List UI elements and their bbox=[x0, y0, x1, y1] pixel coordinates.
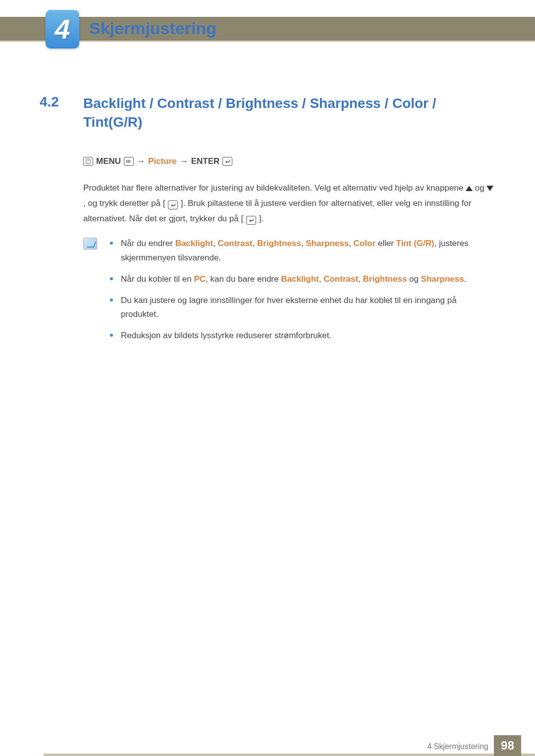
section-number: 4.2 bbox=[40, 94, 71, 110]
body-paragraph: Produktet har flere alternativer for jus… bbox=[83, 180, 495, 227]
body-p1b: og bbox=[475, 183, 487, 193]
enter-icon bbox=[222, 157, 232, 166]
note-item-4: Reduksjon av bildets lysstyrke reduserer… bbox=[107, 329, 495, 343]
note-item-1: Når du endrer Backlight, Contrast, Brigh… bbox=[107, 237, 495, 265]
chapter-title: Skjermjustering bbox=[89, 19, 216, 38]
enter-icon-inline-2 bbox=[246, 216, 256, 225]
body-p1a: Produktet har flere alternativer for jus… bbox=[83, 183, 466, 193]
nav-enter-label: ENTER bbox=[191, 156, 220, 166]
menu-grid-icon bbox=[124, 157, 134, 166]
remote-icon bbox=[83, 157, 93, 166]
svg-point-1 bbox=[88, 160, 89, 161]
arrow-down-icon bbox=[486, 186, 493, 191]
note-list: Når du endrer Backlight, Contrast, Brigh… bbox=[107, 237, 495, 350]
arrow-up-icon bbox=[466, 186, 473, 191]
footer-line bbox=[44, 754, 535, 756]
note-item-3: Du kan justere og lagre innstillinger fo… bbox=[107, 294, 495, 322]
section-title: Backlight / Contrast / Brightness / Shar… bbox=[83, 94, 495, 132]
page-footer: 4 Skjermjustering 98 bbox=[0, 733, 535, 756]
nav-picture: Picture bbox=[148, 156, 177, 166]
page-number: 98 bbox=[494, 735, 521, 756]
note-item-2: Når du kobler til en PC, kan du bare end… bbox=[107, 272, 495, 287]
header-bar bbox=[0, 17, 535, 41]
nav-arrow-2: → bbox=[180, 156, 188, 166]
chapter-number: 4 bbox=[54, 15, 70, 43]
body-p1c: , og trykk deretter på [ bbox=[83, 199, 165, 208]
chapter-badge: 4 bbox=[46, 10, 79, 49]
footer-chapter-label: 4 Skjermjustering bbox=[427, 742, 488, 751]
nav-arrow-1: → bbox=[137, 156, 145, 166]
svg-rect-0 bbox=[86, 159, 90, 164]
note-icon bbox=[83, 238, 97, 250]
body-p1e: ]. bbox=[259, 214, 264, 223]
enter-icon-inline-1 bbox=[168, 201, 178, 209]
note-block: Når du endrer Backlight, Contrast, Brigh… bbox=[83, 237, 495, 350]
section-content: 4.2 Backlight / Contrast / Brightness / … bbox=[40, 94, 495, 350]
nav-menu-label: MENU bbox=[96, 156, 121, 166]
menu-navigation-path: MENU → Picture → ENTER bbox=[83, 156, 495, 166]
